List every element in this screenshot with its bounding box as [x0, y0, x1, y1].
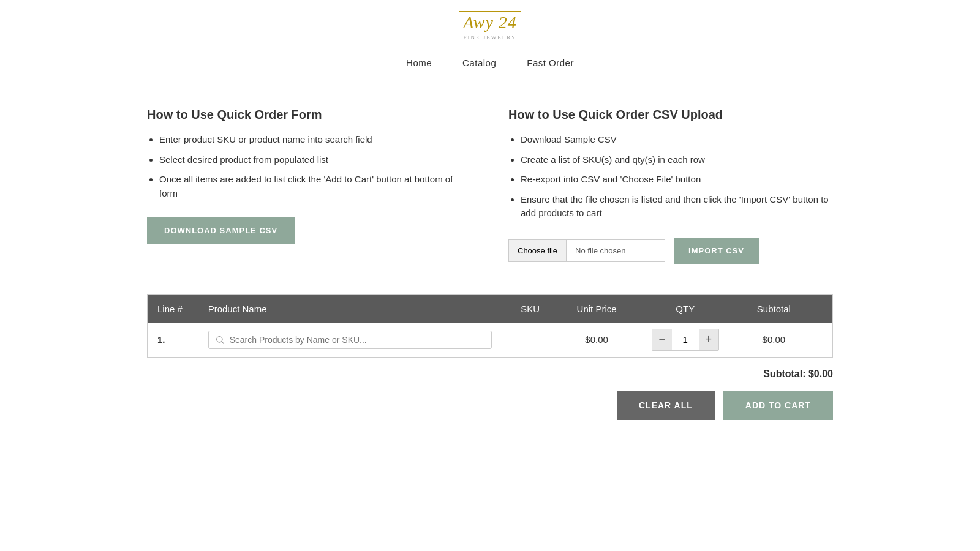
svg-line-1	[222, 342, 224, 344]
choose-file-button[interactable]: Choose file	[509, 240, 567, 261]
site-header: Awy 24 FINE JEWELRY Home Catalog Fast Or…	[0, 0, 980, 77]
row-sku	[502, 323, 559, 358]
download-csv-button[interactable]: DOWNLOAD SAMPLE CSV	[147, 217, 295, 244]
subtotal-label: Subtotal: $0.00	[763, 369, 833, 380]
col-sku: SKU	[502, 294, 559, 323]
search-input[interactable]	[230, 335, 485, 345]
qty-input[interactable]	[672, 331, 699, 348]
row-product-name-cell	[198, 323, 502, 358]
col-qty: QTY	[635, 294, 736, 323]
qty-stepper: − +	[652, 329, 719, 351]
import-csv-button[interactable]: IMPORT CSV	[674, 238, 759, 264]
clear-all-button[interactable]: CLEAR ALL	[617, 391, 715, 420]
col-unit-price: Unit Price	[559, 294, 635, 323]
col-line: Line #	[148, 294, 198, 323]
qty-increment-button[interactable]: +	[699, 329, 718, 350]
table-row: 1. $0.00 −	[148, 323, 833, 358]
right-instructions: How to Use Quick Order CSV Upload Downlo…	[508, 108, 833, 264]
left-title: How to Use Quick Order Form	[147, 108, 472, 122]
svg-point-0	[216, 336, 222, 342]
right-title: How to Use Quick Order CSV Upload	[508, 108, 833, 122]
row-qty-cell: − +	[635, 323, 736, 358]
nav-home[interactable]: Home	[406, 58, 432, 68]
file-input-wrapper: Choose file No file chosen	[508, 239, 665, 262]
left-list: Enter product SKU or product name into s…	[147, 133, 472, 200]
col-subtotal: Subtotal	[736, 294, 812, 323]
col-product-name: Product Name	[198, 294, 502, 323]
order-table-section: Line # Product Name SKU Unit Price QTY S…	[147, 294, 833, 444]
add-to-cart-button[interactable]: ADD TO CART	[723, 391, 833, 420]
qty-decrement-button[interactable]: −	[652, 329, 672, 350]
nav-fast-order[interactable]: Fast Order	[527, 58, 574, 68]
instructions-grid: How to Use Quick Order Form Enter produc…	[147, 108, 833, 264]
row-unit-price: $0.00	[559, 323, 635, 358]
logo-sub: FINE JEWELRY	[459, 34, 521, 40]
left-list-item-2: Select desired product from populated li…	[159, 153, 472, 167]
subtotal-summary: Subtotal: $0.00	[147, 358, 833, 386]
left-instructions: How to Use Quick Order Form Enter produc…	[147, 108, 472, 264]
row-line-num: 1.	[148, 323, 198, 358]
right-list-item-1: Download Sample CSV	[521, 133, 833, 147]
right-list-item-4: Ensure that the file chosen is listed an…	[521, 193, 833, 220]
row-subtotal: $0.00	[736, 323, 812, 358]
file-name-display: No file chosen	[567, 240, 665, 261]
file-input-row: Choose file No file chosen IMPORT CSV	[508, 238, 833, 264]
left-list-item-1: Enter product SKU or product name into s…	[159, 133, 472, 147]
main-content: How to Use Quick Order Form Enter produc…	[123, 77, 858, 469]
table-header-row: Line # Product Name SKU Unit Price QTY S…	[148, 294, 833, 323]
col-extra	[812, 294, 832, 323]
main-nav: Home Catalog Fast Order	[406, 49, 574, 77]
search-icon	[215, 335, 225, 345]
logo-text: Awy 24	[463, 13, 517, 32]
actions-row: CLEAR ALL ADD TO CART	[147, 391, 833, 444]
search-wrapper	[208, 331, 492, 349]
row-extra	[812, 323, 832, 358]
order-table: Line # Product Name SKU Unit Price QTY S…	[147, 294, 833, 358]
left-list-item-3: Once all items are added to list click t…	[159, 173, 472, 200]
nav-catalog[interactable]: Catalog	[462, 58, 496, 68]
right-list-item-2: Create a list of SKU(s) and qty(s) in ea…	[521, 153, 833, 167]
right-list-item-3: Re-export into CSV and 'Choose File' but…	[521, 173, 833, 187]
logo: Awy 24 FINE JEWELRY	[459, 11, 521, 40]
right-list: Download Sample CSV Create a list of SKU…	[508, 133, 833, 220]
